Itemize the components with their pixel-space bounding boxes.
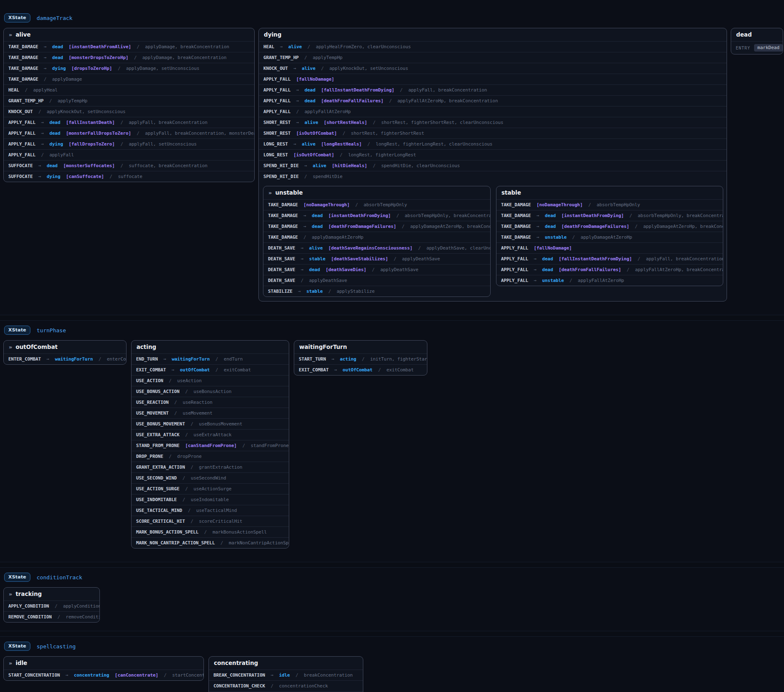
transition-row[interactable]: TAKE_DAMAGE → dying [dropsToZeroHp] / ap… (4, 63, 254, 74)
transition-row[interactable]: USE_ACTION / useAction (131, 375, 289, 386)
state-box[interactable]: stable TAKE_DAMAGE [noDamageThrough] / a… (496, 186, 723, 286)
transition-row[interactable]: STAND_FROM_PRONE [canStandFromProne] / s… (131, 440, 289, 451)
transition-row[interactable]: TAKE_DAMAGE → unstable / applyDamageAtZe… (496, 232, 723, 242)
state-header[interactable]: » outOfCombat (4, 341, 126, 353)
transition-row[interactable]: APPLY_FALL → unstable / applyFallAtZeroH… (496, 275, 723, 286)
state-box[interactable]: dying HEAL → alive / applyHealFromZero, … (258, 28, 727, 302)
transition-row[interactable]: EXIT_COMBAT → outOfCombat / exitCombat (294, 364, 427, 375)
transition-row[interactable]: KNOCK_OUT / applyKnockOut, setUnconsciou… (4, 106, 254, 117)
transition-row[interactable]: APPLY_FALL → dead [monsterFallDropsToZer… (4, 128, 254, 138)
transition-row[interactable]: TAKE_DAMAGE [noDamageThrough] / absorbTe… (496, 199, 723, 210)
event-name: DEATH_SAVE (268, 278, 295, 283)
state-box[interactable]: » idle START_CONCENTRATION → concentrati… (3, 656, 204, 681)
transition-row[interactable]: APPLY_CONDITION / applyCondition (4, 601, 99, 611)
state-box[interactable]: » tracking APPLY_CONDITION / applyCondit… (3, 587, 100, 623)
transition-row[interactable]: USE_EXTRA_ATTACK / useExtraAttack (131, 429, 289, 440)
transition-row[interactable]: USE_BONUS_MOVEMENT / useBonusMovement (131, 418, 289, 429)
event-name: DROP_PRONE (136, 454, 163, 459)
transition-row[interactable]: SHORT_REST [isOutOfCombat] / shortRest, … (259, 128, 727, 138)
state-box[interactable]: » outOfCombat ENTER_COMBAT → waitingForT… (3, 340, 127, 365)
state-header[interactable]: dying (259, 28, 727, 41)
transition-row[interactable]: USE_INDOMITABLE / useIndomitable (131, 494, 289, 505)
state-box[interactable]: acting END_TURN → waitingForTurn / endTu… (131, 340, 289, 549)
transition-row[interactable]: TAKE_DAMAGE → dead [monsterDropsToZeroHp… (4, 52, 254, 63)
transition-row[interactable]: STABILIZE → stable / applyStabilize (263, 286, 490, 297)
state-box[interactable]: » unstable TAKE_DAMAGE [noDamageThrough]… (263, 186, 491, 297)
transition-row[interactable]: USE_ACTION_SURGE / useActionSurge (131, 483, 289, 494)
transition-row[interactable]: HEAL → alive / applyHealFromZero, clearU… (259, 41, 727, 52)
xstate-badge[interactable]: XState (4, 642, 30, 651)
transition-row[interactable]: APPLY_FALL [fallNoDamage] (496, 242, 723, 253)
state-header[interactable]: dead (731, 28, 783, 41)
state-header[interactable]: concentrating (209, 657, 363, 670)
state-header[interactable]: » tracking (4, 588, 99, 601)
transition-row[interactable]: START_CONCENTRATION → concentrating [can… (4, 670, 203, 680)
state-header[interactable]: » alive (4, 28, 254, 41)
state-header[interactable]: waitingForTurn (294, 341, 427, 353)
transition-row[interactable]: TAKE_DAMAGE → dead [deathFromDamageFailu… (496, 221, 723, 232)
transition-row[interactable]: APPLY_FALL [fallNoDamage] (259, 74, 727, 84)
transition-row[interactable]: APPLY_FALL → dead [fallInstantDeath] / a… (4, 117, 254, 128)
machine-section: XState damageTrack » alive TAKE_DAMAGE →… (0, 0, 784, 315)
transition-row[interactable]: CONCENTRATION_CHECK / concentrationCheck (209, 680, 363, 691)
transition-row[interactable]: SPEND_HIT_DIE → alive [hitDieHeals] / sp… (259, 160, 727, 171)
transition-row[interactable]: HEAL / applyHeal (4, 84, 254, 95)
state-header[interactable]: » idle (4, 657, 203, 670)
transition-row[interactable]: KNOCK_OUT → alive / applyKnockOut, setUn… (259, 63, 727, 74)
transition-row[interactable]: LONG_REST [isOutOfCombat] / longRest, fi… (259, 149, 727, 160)
transition-row[interactable]: APPLY_FALL / applyFall (4, 149, 254, 160)
xstate-badge[interactable]: XState (4, 573, 30, 582)
transition-row[interactable]: DEATH_SAVE / applyDeathSave (263, 275, 490, 286)
transition-row[interactable]: SUFFOCATE → dead [monsterSuffocates] / s… (4, 160, 254, 171)
state-box[interactable]: dead ENTRY markDead (731, 28, 783, 54)
transition-row[interactable]: GRANT_EXTRA_ACTION / grantExtraAction (131, 462, 289, 472)
transition-row[interactable]: MARK_NON_CANTRIP_ACTION_SPELL / markNonC… (131, 537, 289, 548)
transition-row[interactable]: TAKE_DAMAGE → dead [instantDeathFromAliv… (4, 41, 254, 52)
transition-row[interactable]: SHORT_REST → alive [shortRestHeals] / sh… (259, 117, 727, 128)
transition-row[interactable]: END_TURN → waitingForTurn / endTurn (131, 353, 289, 364)
transition-row[interactable]: TAKE_DAMAGE / applyDamage (4, 74, 254, 84)
transition-row[interactable]: APPLY_FALL → dead [deathFromFallFailures… (259, 95, 727, 106)
transition-row[interactable]: TAKE_DAMAGE / applyDamageAtZeroHp (263, 232, 490, 242)
transition-row[interactable]: TAKE_DAMAGE → dead [instantDeathFromDyin… (496, 210, 723, 221)
transition-row[interactable]: MARK_BONUS_ACTION_SPELL / markBonusActio… (131, 526, 289, 537)
transition-row[interactable]: DEATH_SAVE → dead [deathSaveDies] / appl… (263, 264, 490, 275)
state-box[interactable]: waitingForTurn START_TURN → acting / ini… (294, 340, 427, 376)
state-header[interactable]: stable (496, 186, 723, 199)
transition-row[interactable]: USE_REACTION / useReaction (131, 397, 289, 408)
transition-row[interactable]: ENTER_COMBAT → waitingForTurn / enterCom… (4, 353, 126, 364)
transition-row[interactable]: LONG_REST → alive [longRestHeals] / long… (259, 138, 727, 149)
transition-row[interactable]: BREAK_CONCENTRATION → idle / breakConcen… (209, 670, 363, 680)
state-header[interactable]: acting (131, 341, 289, 353)
event-name: TAKE_DAMAGE (268, 213, 298, 218)
transition-row[interactable]: APPLY_FALL → dead [fallInstantDeathFromD… (259, 84, 727, 95)
transition-row[interactable]: GRANT_TEMP_HP / applyTempHp (259, 52, 727, 63)
transition-row[interactable]: GRANT_TEMP_HP / applyTempHp (4, 95, 254, 106)
transition-row[interactable]: TAKE_DAMAGE [noDamageThrough] / absorbTe… (263, 199, 490, 210)
xstate-badge[interactable]: XState (4, 13, 30, 22)
transition-row[interactable]: START_TURN → acting / initTurn, fighterS… (294, 353, 427, 364)
transition-row[interactable]: APPLY_FALL → dead [deathFromFallFailures… (496, 264, 723, 275)
transition-row[interactable]: SPEND_HIT_DIE / spendHitDie (259, 171, 727, 182)
state-box[interactable]: » alive TAKE_DAMAGE → dead [instantDeath… (3, 28, 255, 182)
state-box[interactable]: concentrating BREAK_CONCENTRATION → idle… (208, 656, 363, 692)
transition-row[interactable]: TAKE_DAMAGE → dead [deathFromDamageFailu… (263, 221, 490, 232)
state-header[interactable]: » unstable (263, 186, 490, 199)
transition-row[interactable]: USE_SECOND_WIND / useSecondWind (131, 472, 289, 483)
transition-row[interactable]: REMOVE_CONDITION / removeCondition (4, 611, 99, 622)
transition-row[interactable]: SCORE_CRITICAL_HIT / scoreCriticalHit (131, 516, 289, 526)
transition-row[interactable]: USE_BONUS_ACTION / useBonusAction (131, 386, 289, 397)
transition-row[interactable]: DEATH_SAVE → alive [deathSaveRegainsCons… (263, 242, 490, 253)
xstate-badge[interactable]: XState (4, 326, 30, 335)
transition-row[interactable]: DEATH_SAVE → stable [deathSaveStabilizes… (263, 253, 490, 264)
transition-row[interactable]: USE_TACTICAL_MIND / useTacticalMind (131, 505, 289, 516)
transition-row[interactable]: DROP_PRONE / dropProne (131, 451, 289, 462)
event-name: APPLY_FALL (263, 109, 290, 114)
transition-row[interactable]: APPLY_FALL / applyFallAtZeroHp (259, 106, 727, 117)
transition-row[interactable]: SUFFOCATE → dying [canSuffocate] / suffo… (4, 171, 254, 182)
transition-row[interactable]: TAKE_DAMAGE → dead [instantDeathFromDyin… (263, 210, 490, 221)
transition-row[interactable]: APPLY_FALL → dead [fallInstantDeathFromD… (496, 253, 723, 264)
transition-row[interactable]: EXIT_COMBAT → outOfCombat / exitCombat (131, 364, 289, 375)
transition-row[interactable]: APPLY_FALL → dying [fallDropsToZero] / a… (4, 138, 254, 149)
transition-row[interactable]: USE_MOVEMENT / useMovement (131, 408, 289, 418)
